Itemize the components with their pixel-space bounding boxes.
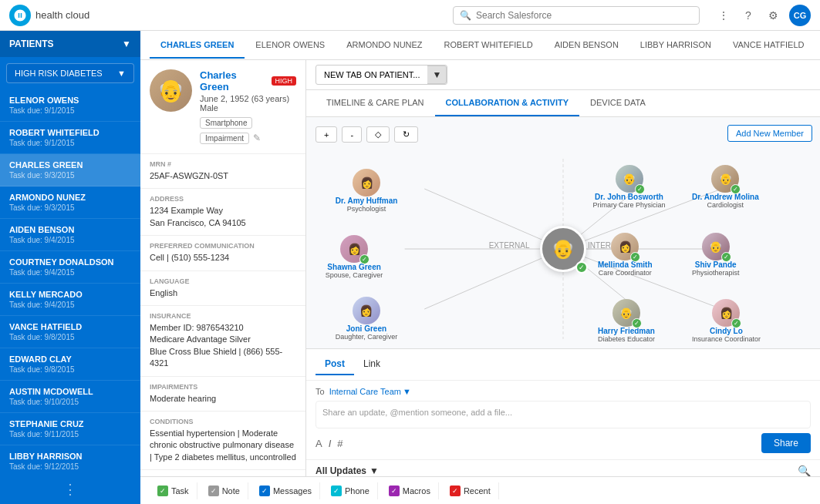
impairments-section: IMPAIRMENTS Moderate hearing (140, 377, 305, 412)
patient-list-item[interactable]: AIDEN BENSON Task due: 9/4/2015 (0, 219, 140, 251)
patient-item-name: ROBERT WHITEFIELD (9, 128, 131, 137)
node-shawna[interactable]: 👩 ✓ Shawna Green Spouse, Caregiver (326, 235, 383, 279)
bottom-tool-macros[interactable]: ✓ Macros (381, 482, 439, 499)
salesforce-logo (9, 5, 31, 26)
patient-list-item[interactable]: ELENOR OWENS Task due: 9/1/2015 (0, 89, 140, 122)
joni-avatar: 👩 (353, 297, 380, 324)
bold-icon[interactable]: A (316, 438, 322, 449)
impairments-label: IMPAIRMENTS (150, 383, 296, 391)
zoom-out-button[interactable]: - (342, 126, 362, 143)
edit-tags-icon[interactable]: ✎ (253, 133, 261, 144)
to-field: To Internal Care Team ▼ (316, 387, 811, 396)
tool-check-phone: ✓ (331, 486, 342, 496)
sub-tab[interactable]: TIMELINE & CARE PLAN (316, 90, 435, 116)
tool-label-recent: Recent (464, 486, 491, 496)
patient-tab[interactable]: ROBERT WHITEFIELD (434, 32, 544, 59)
bosworth-role: Primary Care Physician (593, 201, 666, 209)
tool-label-note: Note (222, 486, 240, 496)
tag-impairment: Impairment (200, 133, 249, 144)
patient-tab[interactable]: LIBBY HARRISON (629, 32, 722, 59)
patient-item-name: STEPHANIE CRUZ (9, 419, 131, 428)
insurance-label: INSURANCE (150, 312, 296, 320)
insurance-section: INSURANCE Member ID: 9876543210Medicare … (140, 306, 305, 377)
add-member-button[interactable]: Add New Member (727, 125, 812, 142)
node-cindy[interactable]: 👩 ✓ Cindy Lo Insurance Coordinator (692, 299, 761, 343)
patient-item-task: Task due: 9/8/2015 (9, 333, 131, 341)
reset-button[interactable]: ◇ (366, 126, 390, 143)
zoom-in-button[interactable]: + (316, 126, 337, 143)
user-avatar[interactable]: CG (789, 5, 811, 26)
sidebar-header[interactable]: PATIENTS ▼ (0, 31, 140, 57)
post-tab[interactable]: Post (316, 354, 354, 375)
sidebar-footer: ⋮ (0, 475, 140, 504)
address-label: ADDRESS (150, 195, 296, 203)
patient-tab[interactable]: CHARLES GREEN (150, 32, 245, 59)
sub-tab[interactable]: COLLABORATION & ACTIVITY (435, 90, 580, 116)
node-shiv[interactable]: 👴 ✓ Shiv Pande Physiotherapist (692, 233, 740, 277)
mellinda-name: Mellinda Smith (598, 260, 653, 269)
patient-item-name: ARMONDO NUNEZ (9, 193, 131, 202)
patient-tab[interactable]: ELENOR OWENS (245, 32, 336, 59)
patient-list-item[interactable]: COURTNEY DONALDSON Task due: 9/4/2015 (0, 251, 140, 284)
lang-label: LANGUAGE (150, 277, 296, 285)
patient-list-item[interactable]: AUSTIN MCDOWELL Task due: 9/10/2015 (0, 381, 140, 413)
search-bar[interactable]: 🔍 (453, 6, 700, 25)
node-bosworth[interactable]: 👴 ✓ Dr. John Bosworth Primary Care Physi… (593, 165, 666, 209)
patient-item-name: AUSTIN MCDOWELL (9, 387, 131, 396)
patient-tab[interactable]: ARMONDO NUNEZ (336, 32, 433, 59)
new-tab-button[interactable]: NEW TAB ON PATIENT... (316, 67, 427, 82)
hashtag-icon[interactable]: # (337, 438, 343, 449)
link-tab[interactable]: Link (354, 354, 390, 375)
new-tab-dropdown[interactable]: ▼ (427, 66, 447, 84)
to-value[interactable]: Internal Care Team ▼ (329, 387, 411, 396)
huffman-name: Dr. Amy Huffman (336, 197, 398, 205)
bottom-tool-note[interactable]: ✓ Note (201, 482, 248, 499)
comm-label: PREFERRED COMMUNICATION (150, 242, 296, 250)
bottom-tool-messages[interactable]: ✓ Messages (251, 482, 320, 499)
bottom-tool-task[interactable]: ✓ Task (150, 482, 197, 499)
all-updates-label[interactable]: All Updates ▼ (316, 465, 379, 476)
conditions-section: CONDITIONS Essential hypertension | Mode… (140, 412, 305, 470)
sidebar-filter[interactable]: HIGH RISK DIABETES ▼ (6, 63, 134, 83)
huffman-avatar: 👩 (353, 169, 380, 197)
address-value: 1234 Example WaySan Francisco, CA 94105 (150, 205, 296, 229)
patient-list-item[interactable]: CHARLES GREEN Task due: 9/3/2015 (0, 154, 140, 186)
patient-tab[interactable]: VANCE HATFIELD (722, 32, 815, 59)
feed-search-icon[interactable]: 🔍 (798, 465, 811, 476)
tool-label-macros: Macros (403, 486, 430, 496)
bottom-tool-recent[interactable]: ✓ Recent (442, 482, 499, 499)
grid-icon[interactable]: ⋮ (715, 7, 732, 24)
settings-icon[interactable]: ⚙ (764, 7, 781, 24)
node-mellinda[interactable]: 👩 ✓ Mellinda Smith Care Coordinator (598, 233, 653, 277)
patient-list-item[interactable]: LIBBY HARRISON Task due: 9/12/2015 (0, 445, 140, 475)
sidebar-expand-icon[interactable]: ⋮ (63, 481, 77, 498)
patient-list-item[interactable]: KELLY MERCADO Task due: 9/4/2015 (0, 284, 140, 316)
filter-label: HIGH RISK DIABETES (15, 69, 103, 78)
sub-tab[interactable]: DEVICE DATA (579, 90, 656, 116)
italic-icon[interactable]: I (329, 438, 332, 449)
compose-input[interactable]: Share an update, @mention someone, add a… (316, 401, 811, 428)
share-button[interactable]: Share (761, 433, 811, 453)
patient-list-item[interactable]: ARMONDO NUNEZ Task due: 9/3/2015 (0, 186, 140, 219)
patient-list-item[interactable]: VANCE HATFIELD Task due: 9/8/2015 (0, 316, 140, 348)
post-compose: To Internal Care Team ▼ Share an update,… (306, 381, 820, 459)
new-tab-group: NEW TAB ON PATIENT... ▼ (316, 65, 447, 85)
patient-tab[interactable]: AIDEN BENSON (544, 32, 629, 59)
updates-chevron-icon: ▼ (370, 465, 379, 476)
search-input[interactable] (476, 10, 693, 21)
node-harry[interactable]: 👴 ✓ Harry Friedman Diabetes Educator (598, 299, 655, 343)
help-icon[interactable]: ? (740, 7, 757, 24)
node-huffman[interactable]: 👩 Dr. Amy Huffman Psychologist (336, 169, 398, 213)
patient-list-item[interactable]: STEPHANIE CRUZ Task due: 9/11/2015 (0, 413, 140, 445)
refresh-button[interactable]: ↻ (394, 126, 418, 143)
bottom-tool-phone[interactable]: ✓ Phone (323, 482, 378, 499)
patient-item-task: Task due: 9/8/2015 (9, 365, 131, 374)
node-joni[interactable]: 👩 Joni Green Daughter, Caregiver (336, 297, 398, 341)
patient-item-task: Task due: 9/4/2015 (9, 301, 131, 309)
patient-list-item[interactable]: EDWARD CLAY Task due: 9/8/2015 (0, 348, 140, 381)
patient-list-item[interactable]: ROBERT WHITEFIELD Task due: 9/1/2015 (0, 122, 140, 154)
patient-item-task: Task due: 9/1/2015 (9, 139, 131, 147)
node-molina[interactable]: 👴 ✓ Dr. Andrew Molina Cardiologist (692, 165, 759, 209)
patient-item-task: Task due: 9/3/2015 (9, 171, 131, 180)
shawna-role: Spouse, Caregiver (326, 271, 383, 279)
